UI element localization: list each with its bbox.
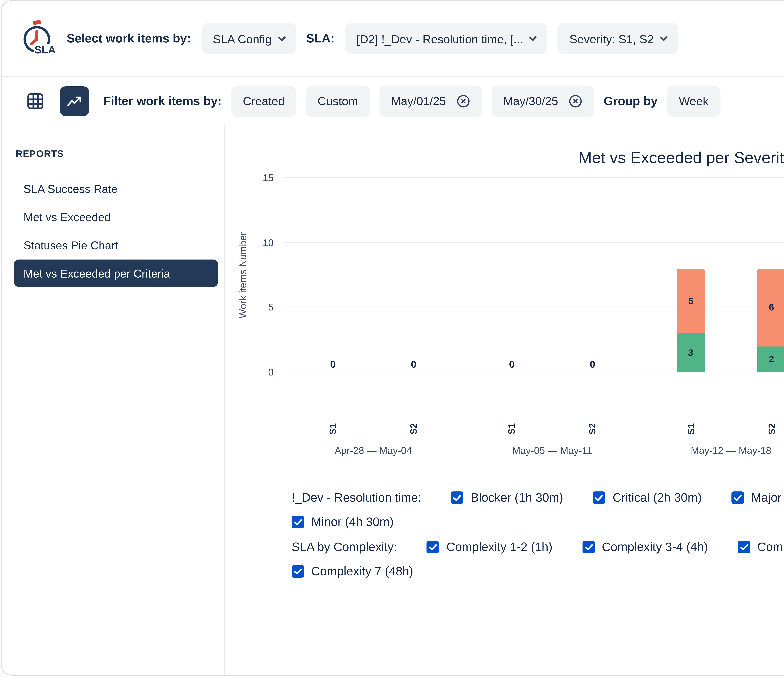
criteria-filters: !_Dev - Resolution time: Blocker (1h 30m… [292,491,784,578]
bar-group: 00 [284,178,463,372]
scaled-stage: SLA Select work items by: SLA Config SLA… [0,0,784,677]
sla-config-label: SLA Config [213,32,272,45]
bar-s2[interactable]: 62 [758,178,784,372]
bar-zero-label: 0 [498,359,526,370]
severity-axis-labels: S1S2S1S2S1S2S1S2S1S2 [284,415,784,442]
severity-dropdown[interactable]: Severity: S1, S2 [558,23,678,54]
table-view-icon [26,92,45,110]
select-work-items-label: Select work items by: [67,31,191,46]
sidebar-items: SLA Success RateMet vs ExceededStatuses … [2,175,224,287]
date-to-filter[interactable]: May/30/25 [492,85,594,116]
severity-label: S1 [677,424,705,433]
y-tick-label: 15 [263,172,274,183]
sidebar-item-met-vs-exceeded-per-criteria[interactable]: Met vs Exceeded per Criteria [14,259,218,287]
checkbox-checked-icon [427,541,439,553]
checkbox-checked-icon [582,541,595,553]
resolution-filter-group: !_Dev - Resolution time: Blocker (1h 30m… [292,491,784,529]
checkbox-minor-4h-30m[interactable]: Minor (4h 30m) [292,515,394,529]
checkbox-label: Major (3h 30m) [751,491,784,505]
group-by-week-button[interactable]: Week [667,85,720,116]
checkbox-checked-icon [732,491,744,504]
checkbox-complexity-3-4-4h[interactable]: Complexity 3-4 (4h) [582,540,708,554]
chart: Work items Number 051015 000053627410300… [284,178,784,456]
sla-config-dropdown[interactable]: SLA Config [201,23,296,54]
reports-heading: REPORTS [2,148,224,159]
bar-segment-met[interactable]: 2 [758,346,784,372]
bar-groups: 000053627410300 [284,178,784,372]
checkbox-complexity-5-6-12h[interactable]: Complexity 5-6 (12h) [738,540,784,554]
bar-group: 5362 [642,178,784,372]
bar-s1[interactable]: 0 [319,178,347,372]
created-filter-button[interactable]: Created [231,85,297,116]
complexity-filter-label: SLA by Complexity: [292,540,397,554]
severity-value: Severity: S1, S2 [569,32,654,45]
bar-group: 00 [463,178,642,372]
sla-label: SLA: [306,31,334,46]
group-by-label: Group by [604,94,658,108]
header: SLA Select work items by: SLA Config SLA… [2,1,784,77]
clear-icon[interactable] [456,94,470,108]
chart-title: Met vs Exceeded per Severity: S1, S2 [225,148,784,167]
sidebar-item-sla-success-rate[interactable]: SLA Success Rate [14,175,218,202]
checkbox-label: Complexity 1-2 (1h) [446,540,552,554]
chevron-down-icon [278,33,285,41]
body: REPORTS SLA Success RateMet vs ExceededS… [2,125,784,675]
sidebar-item-met-vs-exceeded[interactable]: Met vs Exceeded [14,203,218,231]
table-view-button[interactable] [20,86,50,116]
sidebar: REPORTS SLA Success RateMet vs ExceededS… [2,125,225,675]
resolution-filter-label: !_Dev - Resolution time: [292,491,421,505]
severity-label: S2 [758,424,784,433]
checkbox-blocker-1h-30m[interactable]: Blocker (1h 30m) [451,491,563,505]
y-tick-label: 5 [268,302,274,313]
checkbox-label: Minor (4h 30m) [311,515,394,529]
bar-value-label: 5 [688,295,693,306]
checkbox-label: Complexity 3-4 (4h) [602,540,708,554]
bar-segment-exceeded[interactable]: 5 [677,269,705,334]
custom-label: Custom [318,94,358,107]
bar-value-label: 2 [769,354,774,365]
checkbox-complexity-7-48h[interactable]: Complexity 7 (48h) [292,564,413,578]
week-range-label: Apr-28 — May-04 [284,445,463,456]
checkbox-complexity-1-2-1h[interactable]: Complexity 1-2 (1h) [427,540,552,554]
checkbox-critical-2h-30m[interactable]: Critical (2h 30m) [593,491,702,505]
bar-segment-met[interactable]: 3 [677,334,705,372]
sla-select-dropdown[interactable]: [D2] !_Dev - Resolution time, [... [345,23,548,54]
bar-s2[interactable]: 0 [400,178,428,372]
custom-filter-button[interactable]: Custom [306,85,370,116]
severity-label-group: S1S2 [642,415,784,442]
checkbox-checked-icon [292,565,304,578]
checkbox-label: Critical (2h 30m) [613,491,702,505]
filter-work-items-label: Filter work items by: [104,94,222,108]
chart-plot: Work items Number 051015 000053627410300 [284,178,784,372]
logo-text: SLA [34,44,56,56]
bar-s1[interactable]: 53 [677,178,705,372]
checkbox-label: Complexity 7 (48h) [311,564,413,578]
bar-s1[interactable]: 0 [498,178,526,372]
y-axis-title: Work items Number [238,232,249,318]
bar-value-label: 6 [769,302,774,313]
toolbar: Filter work items by: Created Custom May… [2,77,784,125]
week-range-labels: Apr-28 — May-04May-05 — May-11May-12 — M… [284,445,784,456]
bar-s2[interactable]: 0 [579,178,607,372]
sidebar-item-statuses-pie-chart[interactable]: Statuses Pie Chart [14,231,218,259]
app-window: SLA Select work items by: SLA Config SLA… [1,0,784,675]
severity-label-group: S1S2 [284,415,463,442]
complexity-filter-group: SLA by Complexity: Complexity 1-2 (1h)Co… [292,540,784,578]
bar-zero-label: 0 [579,359,607,370]
chevron-down-icon [660,33,667,41]
bar-segment-exceeded[interactable]: 6 [758,269,784,346]
date-from-value: May/01/25 [391,94,446,107]
chart-view-button[interactable] [59,86,89,116]
chevron-down-icon [529,33,537,41]
date-from-filter[interactable]: May/01/25 [379,85,482,116]
severity-label: S1 [319,424,347,433]
checkbox-checked-icon [451,491,464,504]
bar-zero-label: 0 [400,359,428,370]
chart-view-icon [66,92,83,110]
severity-label: S2 [579,424,607,433]
checkbox-checked-icon [292,516,304,528]
checkbox-major-3h-30m[interactable]: Major (3h 30m) [732,491,784,505]
clear-icon[interactable] [568,94,582,108]
severity-label-group: S1S2 [463,415,642,442]
bar-value-label: 3 [688,348,693,359]
